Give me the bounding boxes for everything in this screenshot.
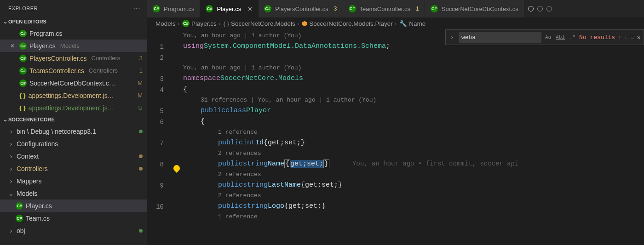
breadcrumb[interactable]: Models› C#Player.cs› { }SoccerNetCore.Mo… (147, 17, 644, 29)
ring-icon[interactable] (537, 6, 543, 11)
open-editor-item[interactable]: C#SoccerNetCoreDbContext.c…M (0, 77, 147, 89)
editor-tab[interactable]: C#Player.cs✕ (200, 0, 259, 17)
chevron-right-icon: › (8, 153, 14, 160)
folder-item[interactable]: ›obj (0, 224, 147, 237)
file-label: appsettings.Development.js… (29, 104, 114, 112)
codelens[interactable]: 1 reference (183, 211, 644, 222)
line-gutter: 12345678910 (147, 29, 170, 245)
csharp-icon: C# (19, 80, 27, 87)
file-label: SoccerNetCoreDbContext.c… (29, 80, 115, 87)
find-in-selection-icon[interactable]: ≡ (631, 34, 634, 41)
tab-actions (524, 0, 556, 17)
chevron-right-icon: › (8, 177, 14, 185)
git-badge: 1 (416, 6, 419, 12)
open-editors-list: C#Program.cs✕C#Player.csModelsC#PlayersC… (0, 27, 147, 114)
csharp-icon: C# (19, 67, 27, 74)
line-number: 6 (160, 117, 164, 128)
git-badge: 1 (139, 67, 143, 74)
editor-area: C#Program.csC#Player.cs✕C#PlayersControl… (147, 0, 644, 245)
file-item[interactable]: C#Player.cs (0, 199, 147, 212)
editor-tab[interactable]: C#TeamsController.cs1 (343, 0, 425, 17)
csharp-icon: C# (349, 5, 356, 12)
sidebar-title: EXPLORER (8, 6, 38, 11)
prev-match-icon[interactable]: ↑ (618, 34, 621, 41)
file-item[interactable]: C#Team.cs (0, 212, 147, 224)
csharp-icon: C# (19, 42, 27, 50)
chevron-right-icon: › (8, 128, 14, 135)
close-icon[interactable]: ✕ (637, 34, 641, 41)
crumb-class: ⬢SoccerNetCore.Models.Player› (302, 20, 397, 27)
file-label: Program.cs (29, 30, 63, 37)
code-content[interactable]: › Aa Abl .* No results ↑ ↓ ≡ ✕ You, an h… (183, 29, 644, 245)
chevron-right-icon: › (8, 227, 14, 234)
folder-item[interactable]: ›Controllers (0, 162, 147, 175)
codelens[interactable]: 2 references (183, 148, 644, 158)
current-line: public string Name {get;set;}You, an hou… (183, 158, 644, 169)
crumb-folder: Models› (155, 20, 179, 27)
editor-tab[interactable]: C#SoccerNetCoreDbContext.cs (425, 0, 524, 17)
git-badge: M (138, 80, 143, 86)
explorer-sidebar: EXPLORER ⋯ ⌄ OPEN EDITORS C#Program.cs✕C… (0, 0, 147, 245)
line-number: 8 (160, 159, 164, 170)
open-editor-item[interactable]: { }appsettings.Development.js…M (0, 89, 147, 102)
csharp-icon: C# (16, 215, 23, 222)
chevron-right-icon: › (8, 165, 14, 172)
git-badge: 3 (334, 6, 337, 12)
close-icon[interactable]: ✕ (247, 6, 253, 12)
crumb-member: 🔧Name (399, 20, 426, 27)
open-editor-item[interactable]: C#TeamsController.csControllers1 (0, 64, 147, 77)
json-icon: { } (19, 104, 26, 111)
folder-item[interactable]: ›Configurations (0, 137, 147, 150)
file-label: TeamsController.cs (29, 67, 84, 74)
folder-item[interactable]: ⌄Models (0, 187, 147, 199)
git-badge: M (138, 92, 143, 99)
sidebar-header: EXPLORER ⋯ (0, 0, 147, 16)
git-blame: You, an hour ago • first commit, soccer … (352, 160, 518, 167)
folder-item[interactable]: ›Context (0, 150, 147, 162)
open-editor-item[interactable]: C#Program.cs (0, 27, 147, 40)
more-icon[interactable]: ⋯ (133, 4, 141, 12)
find-widget: › Aa Abl .* No results ↑ ↓ ≡ ✕ (445, 29, 644, 45)
git-dot (139, 154, 143, 158)
open-editor-item[interactable]: ✕C#Player.csModels (0, 40, 147, 52)
line-number: 10 (156, 201, 164, 212)
git-dot (139, 130, 143, 133)
regex-icon[interactable]: .* (569, 34, 576, 41)
chevron-down-icon: ⌄ (8, 190, 14, 197)
match-word-icon[interactable]: Abl (555, 34, 566, 41)
codelens[interactable]: 2 references (183, 190, 644, 200)
file-label: PlayersController.cs (29, 55, 87, 62)
open-editors-header[interactable]: ⌄ OPEN EDITORS (0, 16, 147, 27)
file-label: Player.cs (29, 42, 56, 50)
find-input[interactable] (459, 32, 541, 43)
chevron-right-icon[interactable]: › (448, 34, 456, 41)
lightbulb-icon[interactable] (172, 164, 181, 173)
match-case-icon[interactable]: Aa (544, 34, 552, 41)
codelens[interactable]: 2 references (183, 169, 644, 179)
next-match-icon[interactable]: ↓ (624, 34, 628, 41)
csharp-icon: C# (16, 202, 23, 210)
line-number: 5 (160, 106, 164, 117)
folder-item[interactable]: ›Mappers (0, 175, 147, 187)
codelens[interactable]: 31 references | You, an hour ago | 1 aut… (183, 95, 644, 105)
project-header[interactable]: ⌄ SOCCERNETCORE (0, 114, 147, 125)
csharp-icon: C# (206, 5, 213, 12)
csharp-icon: C# (182, 20, 190, 27)
codelens[interactable]: You, an hour ago | 1 author (You) (183, 63, 644, 73)
git-dot (139, 167, 143, 171)
ring-icon[interactable] (528, 6, 534, 11)
code-editor[interactable]: 12345678910 › Aa Abl .* No results ↑ ↓ ≡… (147, 29, 644, 245)
open-editor-item[interactable]: { }appsettings.Development.js…U (0, 102, 147, 114)
csharp-icon: C# (264, 5, 271, 12)
glyph-margin (170, 29, 183, 245)
folder-item[interactable]: ›bin \ Debug \ netcoreapp3.1 (0, 125, 147, 137)
open-editor-item[interactable]: C#PlayersController.csControllers3 (0, 52, 147, 64)
editor-tab[interactable]: C#Program.cs (147, 0, 200, 17)
git-dot (139, 229, 143, 233)
crumb-namespace: { }SoccerNetCore.Models› (223, 20, 299, 27)
braces-icon: { } (223, 20, 229, 27)
codelens[interactable]: 1 reference (183, 127, 644, 137)
editor-tab[interactable]: C#PlayersController.cs3 (259, 0, 343, 17)
csharp-icon: C# (19, 30, 27, 37)
ring-icon[interactable] (546, 6, 552, 11)
